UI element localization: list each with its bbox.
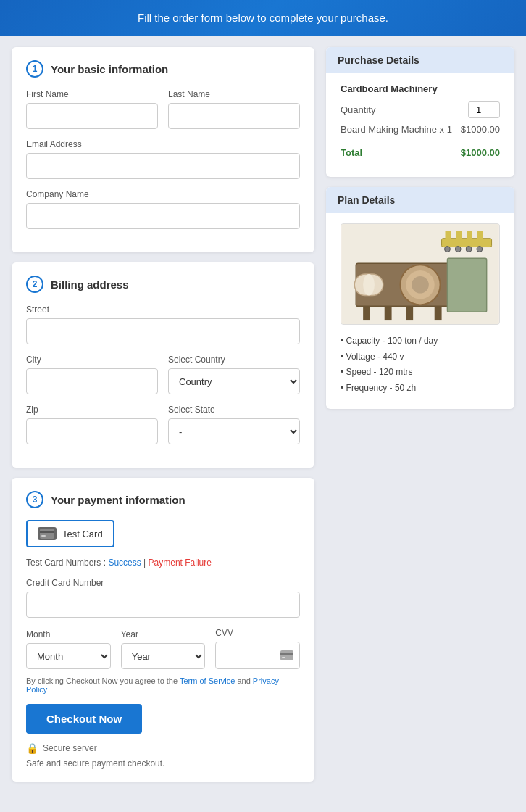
svg-rect-2 <box>41 535 46 536</box>
city-group: City <box>26 355 158 394</box>
zip-input[interactable] <box>26 418 158 444</box>
cvv-group: CVV <box>215 628 300 669</box>
email-label: Email Address <box>26 139 300 149</box>
top-banner: Fill the order form below to complete yo… <box>0 0 526 36</box>
company-group: Company Name <box>26 189 300 229</box>
failure-link[interactable]: Payment Failure <box>149 558 212 568</box>
city-input[interactable] <box>26 368 158 394</box>
svg-rect-0 <box>40 529 54 539</box>
svg-rect-18 <box>477 231 483 240</box>
svg-rect-15 <box>446 231 451 240</box>
first-name-input[interactable] <box>26 103 158 129</box>
first-name-group: First Name <box>26 89 158 129</box>
svg-rect-3 <box>280 650 293 660</box>
year-group: Year Year <box>121 629 206 669</box>
plan-spec-item: Frequency - 50 zh <box>341 381 500 397</box>
step-1-circle: 1 <box>26 60 43 78</box>
svg-rect-13 <box>447 258 486 312</box>
country-label: Select Country <box>168 355 300 365</box>
email-row: Email Address <box>26 139 300 179</box>
svg-point-19 <box>445 246 451 252</box>
card-icon <box>38 527 57 540</box>
machine-image <box>341 223 500 325</box>
state-select[interactable]: - <box>168 418 300 444</box>
month-year-cvv-row: Month Month Year Year CVV <box>26 628 300 669</box>
basic-info-section: 1 Your basic information First Name Last… <box>12 47 314 252</box>
billing-section: 2 Billing address Street City Select Cou… <box>12 262 314 468</box>
payment-section: 3 Your payment information Test Card Tes… <box>12 478 314 782</box>
svg-rect-23 <box>363 306 370 320</box>
svg-rect-24 <box>385 306 392 320</box>
secure-label: Secure server <box>43 743 97 753</box>
test-card-info: Test Card Numbers : Success | Payment Fa… <box>26 558 300 568</box>
svg-rect-26 <box>435 306 442 320</box>
item-label: Board Making Machine x 1 <box>341 124 452 135</box>
billing-title: 2 Billing address <box>26 276 300 293</box>
last-name-label: Last Name <box>168 89 300 99</box>
svg-rect-25 <box>406 306 413 320</box>
safe-text: Safe and secure payment checkout. <box>26 758 300 768</box>
last-name-group: Last Name <box>168 89 300 129</box>
svg-rect-17 <box>467 231 472 240</box>
month-group: Month Month <box>26 629 111 669</box>
step-2-circle: 2 <box>26 276 43 293</box>
success-link[interactable]: Success <box>108 558 141 568</box>
country-group: Select Country Country <box>168 355 300 394</box>
city-label: City <box>26 355 158 365</box>
country-select[interactable]: Country <box>168 368 300 394</box>
month-label: Month <box>26 629 111 639</box>
terms-link[interactable]: Term of Service <box>180 676 235 685</box>
svg-rect-16 <box>456 231 462 240</box>
basic-info-title: 1 Your basic information <box>26 60 300 78</box>
svg-point-12 <box>363 274 375 296</box>
item-price: $1000.00 <box>461 124 500 135</box>
quantity-row: Quantity <box>341 102 500 118</box>
quantity-input[interactable] <box>468 102 500 118</box>
total-label: Total <box>341 147 362 158</box>
card-button-label: Test Card <box>62 529 103 539</box>
company-label: Company Name <box>26 189 300 199</box>
payment-title: 3 Your payment information <box>26 491 300 508</box>
city-country-row: City Select Country Country <box>26 355 300 394</box>
company-input[interactable] <box>26 203 300 229</box>
checkout-button[interactable]: Checkout Now <box>26 704 142 734</box>
secure-server-row: 🔒 Secure server <box>26 742 300 754</box>
plan-spec-item: Capacity - 100 ton / day <box>341 334 500 349</box>
cvv-card-icon <box>275 650 299 660</box>
company-row: Company Name <box>26 189 300 229</box>
cc-number-row: Credit Card Number <box>26 578 300 618</box>
plan-details-header: Plan Details <box>326 187 514 213</box>
month-select[interactable]: Month <box>26 643 111 669</box>
banner-text: Fill the order form below to complete yo… <box>138 12 388 24</box>
state-group: Select State - <box>168 405 300 444</box>
cvv-label: CVV <box>215 628 300 638</box>
cvv-input[interactable] <box>216 642 275 668</box>
street-input[interactable] <box>26 318 300 344</box>
svg-rect-4 <box>280 652 293 655</box>
first-name-label: First Name <box>26 89 158 99</box>
name-row: First Name Last Name <box>26 89 300 129</box>
lock-icon: 🔒 <box>26 742 38 754</box>
purchase-details-header: Purchase Details <box>326 47 514 73</box>
zip-state-row: Zip Select State - <box>26 405 300 444</box>
plan-spec-item: Speed - 120 mtrs <box>341 365 500 381</box>
cc-number-input[interactable] <box>26 592 300 618</box>
street-label: Street <box>26 304 300 315</box>
card-payment-button[interactable]: Test Card <box>26 520 114 547</box>
zip-label: Zip <box>26 405 158 415</box>
cc-number-label: Credit Card Number <box>26 578 300 588</box>
email-input[interactable] <box>26 153 300 179</box>
state-label: Select State <box>168 405 300 415</box>
total-price: $1000.00 <box>461 147 500 158</box>
quantity-label: Quantity <box>341 104 375 115</box>
last-name-input[interactable] <box>168 103 300 129</box>
product-name: Cardboard Machinery <box>341 83 500 94</box>
street-row: Street <box>26 304 300 344</box>
plan-specs-list: Capacity - 100 ton / dayVoltage - 440 vS… <box>341 334 500 396</box>
svg-rect-1 <box>40 531 54 533</box>
terms-text: By clicking Checkout Now you agree to th… <box>26 676 300 694</box>
svg-point-10 <box>412 276 429 294</box>
year-select[interactable]: Year <box>121 643 206 669</box>
svg-point-22 <box>477 246 483 252</box>
svg-point-20 <box>455 246 461 252</box>
